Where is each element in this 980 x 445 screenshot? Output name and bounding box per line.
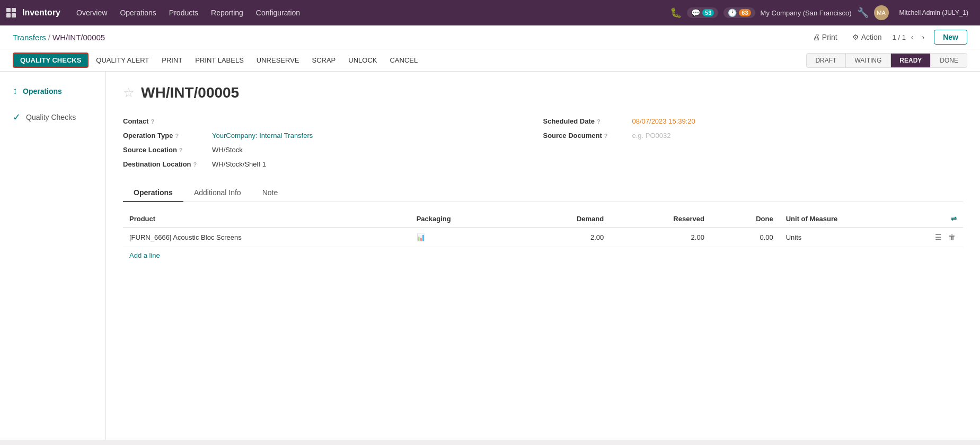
side-tab-operations[interactable]: ↕ Operations	[6, 80, 99, 102]
add-line-button[interactable]: Add a line	[123, 247, 166, 264]
status-done[interactable]: DONE	[931, 53, 967, 68]
col-reserved: Reserved	[610, 211, 711, 228]
scheduled-date-help[interactable]: ?	[597, 118, 601, 125]
operation-type-value[interactable]: YourCompany: Internal Transfers	[212, 132, 313, 139]
tab-operations[interactable]: Operations	[123, 184, 183, 202]
nav-overview[interactable]: Overview	[71, 6, 112, 19]
topnav-right: 🐛 💬 53 🕐 63 My Company (San Francisco) 🔧…	[670, 5, 974, 20]
company-name[interactable]: My Company (San Francisco)	[761, 9, 852, 17]
user-name[interactable]: Mitchell Admin (JULY_1)	[894, 7, 974, 19]
chat-icon: 💬	[691, 8, 700, 17]
operations-icon: ↕	[13, 85, 17, 97]
source-document-row: Source Document ? e.g. PO0032	[543, 128, 964, 143]
add-line-container: Add a line	[123, 247, 963, 264]
clock-icon: 🕐	[728, 8, 737, 17]
scrap-button[interactable]: SCRAP	[307, 54, 341, 67]
col-product: Product	[123, 211, 410, 228]
print-button[interactable]: 🖨 Print	[808, 31, 842, 43]
demand-value[interactable]: 2.00	[518, 228, 610, 247]
source-document-placeholder[interactable]: e.g. PO0032	[632, 132, 671, 139]
operation-type-label: Operation Type ?	[123, 132, 208, 139]
done-value[interactable]: 0.00	[711, 228, 780, 247]
settings-icon[interactable]: 🔧	[857, 7, 869, 19]
app-name[interactable]: Inventory	[22, 8, 60, 18]
breadcrumb-current: WH/INT/00005	[52, 33, 105, 42]
packaging-value: 📊	[410, 228, 519, 247]
unlock-button[interactable]: UNLOCK	[343, 54, 382, 67]
table-row: [FURN_6666] Acoustic Bloc Screens 📊 2.00…	[123, 228, 963, 247]
contact-label: Contact ?	[123, 117, 208, 125]
operations-table: Product Packaging Demand Reserved Done U…	[123, 211, 963, 247]
main-content: ☆ WH/INT/00005 Contact ? Operation Type …	[106, 72, 980, 440]
print-button-action[interactable]: PRINT	[156, 54, 188, 67]
avatar[interactable]: MA	[874, 5, 889, 20]
destination-location-row: Destination Location ? WH/Stock/Shelf 1	[123, 157, 543, 171]
contact-help[interactable]: ?	[151, 118, 154, 125]
row-detail-button[interactable]: ☰	[934, 232, 943, 242]
side-panel: ↕ Operations ✓ Quality Checks	[0, 72, 106, 440]
nav-operations[interactable]: Operations	[114, 6, 161, 19]
page-header: Transfers / WH/INT/00005 🖨 Print ⚙ Actio…	[0, 25, 980, 49]
scheduled-date-row: Scheduled Date ? 08/07/2023 15:39:20	[543, 114, 964, 128]
destination-location-label: Destination Location ?	[123, 160, 208, 168]
reserved-value[interactable]: 2.00	[610, 228, 711, 247]
forecast-icon[interactable]: 📊	[417, 233, 425, 241]
nav-configuration[interactable]: Configuration	[251, 6, 305, 19]
col-transfer-icon: ⇌	[928, 211, 963, 228]
next-button[interactable]: ›	[919, 32, 928, 42]
bug-icon[interactable]: 🐛	[670, 7, 682, 19]
action-button[interactable]: ⚙ Action	[848, 31, 886, 43]
activity-button[interactable]: 🕐 63	[723, 7, 755, 18]
nav-products[interactable]: Products	[164, 6, 204, 19]
nav-reporting[interactable]: Reporting	[206, 6, 249, 19]
product-name[interactable]: [FURN_6666] Acoustic Bloc Screens	[123, 228, 410, 247]
scheduled-date-value[interactable]: 08/07/2023 15:39:20	[632, 117, 695, 125]
status-bar: DRAFT WAITING READY DONE	[806, 53, 967, 68]
destination-location-help[interactable]: ?	[193, 161, 197, 168]
printer-icon: 🖨	[813, 33, 820, 41]
prev-button[interactable]: ‹	[908, 32, 917, 42]
side-tab-quality-checks[interactable]: ✓ Quality Checks	[6, 106, 99, 128]
print-labels-button[interactable]: PRINT LABELS	[190, 54, 249, 67]
new-button[interactable]: New	[934, 30, 967, 45]
source-document-label: Source Document ?	[543, 132, 628, 139]
col-done: Done	[711, 211, 780, 228]
destination-location-value[interactable]: WH/Stock/Shelf 1	[212, 160, 266, 168]
quality-alert-button[interactable]: QUALITY ALERT	[91, 54, 154, 67]
checkmark-icon: ✓	[13, 111, 21, 123]
status-waiting[interactable]: WAITING	[845, 53, 890, 68]
record-tabs: Operations Additional Info Note	[123, 184, 963, 202]
source-location-help[interactable]: ?	[179, 147, 183, 153]
source-document-help[interactable]: ?	[604, 133, 608, 139]
pagination: 1 / 1 ‹ ›	[893, 32, 928, 42]
cancel-button[interactable]: CANCEL	[384, 54, 423, 67]
tab-note[interactable]: Note	[252, 184, 289, 202]
row-actions: ☰ 🗑	[928, 228, 963, 247]
star-icon[interactable]: ☆	[123, 85, 135, 100]
tab-additional-info[interactable]: Additional Info	[183, 184, 252, 202]
breadcrumb-parent[interactable]: Transfers	[13, 33, 46, 42]
unreserve-button[interactable]: UNRESERVE	[251, 54, 305, 67]
top-navigation: Inventory Overview Operations Products R…	[0, 0, 980, 25]
record-title: ☆ WH/INT/00005	[123, 84, 963, 101]
status-draft[interactable]: DRAFT	[806, 53, 845, 68]
scheduled-date-label: Scheduled Date ?	[543, 117, 628, 125]
source-location-value[interactable]: WH/Stock	[212, 146, 243, 154]
quality-checks-button[interactable]: QUALITY CHECKS	[13, 53, 89, 68]
record-id: WH/INT/00005	[141, 84, 239, 101]
row-delete-button[interactable]: 🗑	[947, 232, 957, 242]
form-fields: Contact ? Operation Type ? YourCompany: …	[123, 114, 963, 171]
app-logo[interactable]	[6, 8, 16, 18]
content-area: ↕ Operations ✓ Quality Checks ☆ WH/INT/0…	[0, 72, 980, 440]
col-demand: Demand	[518, 211, 610, 228]
breadcrumb: Transfers / WH/INT/00005	[13, 33, 105, 42]
activity-badge: 63	[739, 9, 751, 16]
source-location-row: Source Location ? WH/Stock	[123, 143, 543, 157]
transfer-arrows-icon[interactable]: ⇌	[951, 215, 957, 223]
col-packaging: Packaging	[410, 211, 519, 228]
breadcrumb-separator: /	[48, 33, 50, 42]
chat-button[interactable]: 💬 53	[687, 7, 718, 18]
contact-row: Contact ?	[123, 114, 543, 128]
status-ready[interactable]: READY	[890, 53, 931, 68]
operation-type-help[interactable]: ?	[175, 133, 179, 139]
